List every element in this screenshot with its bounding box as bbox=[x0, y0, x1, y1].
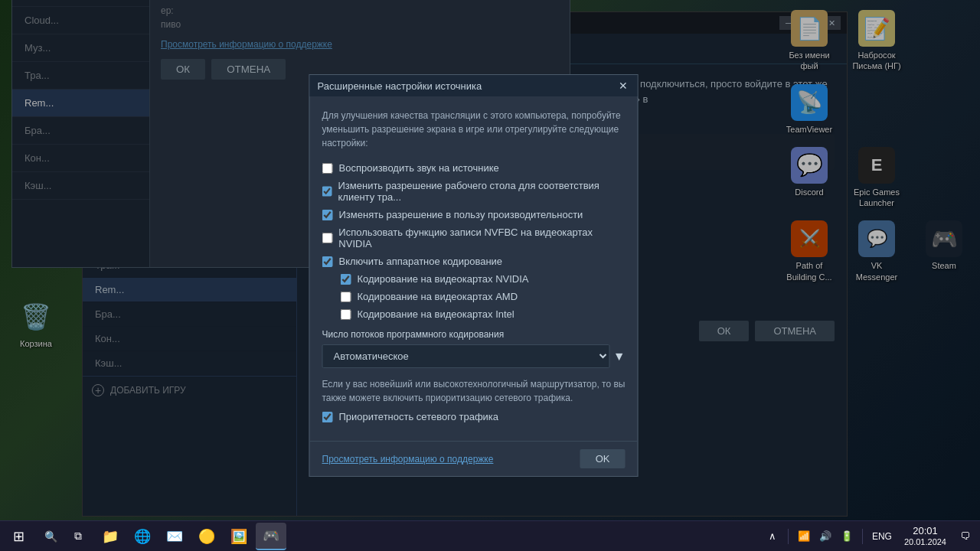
mail-icon: ✉️ bbox=[166, 528, 183, 545]
edge-icon: 🌐 bbox=[134, 528, 151, 545]
language-indicator[interactable]: ENG bbox=[869, 531, 895, 542]
clock-date: 20.01.2024 bbox=[904, 537, 946, 547]
explorer-icon: 📁 bbox=[102, 528, 119, 545]
taskbar-app-steam[interactable]: 🎮 bbox=[256, 523, 286, 550]
taskbar: ⊞ 🔍 ⧉ 📁 🌐 ✉️ 🟡 🖼️ 🎮 bbox=[0, 520, 980, 551]
cb-intel-input[interactable] bbox=[341, 309, 351, 320]
cb-amd-label[interactable]: Кодирование на видеокартах AMD bbox=[358, 291, 518, 302]
advanced-titlebar: Расширенные настройки источника ✕ bbox=[310, 75, 638, 96]
taskbar-app-mail[interactable]: ✉️ bbox=[159, 523, 190, 550]
checkbox-nvfbc: Использовать функцию записи NVFBC на вид… bbox=[322, 227, 626, 249]
cb-nvidia-input[interactable] bbox=[341, 274, 351, 285]
checkbox-perf-res: Изменять разрешение в пользу производите… bbox=[322, 209, 626, 220]
cb-desktop-res-input[interactable] bbox=[322, 186, 332, 197]
checkbox-intel-enc: Кодирование на видеокартах Intel bbox=[341, 308, 626, 320]
systray-up-arrow[interactable]: ∧ bbox=[763, 521, 782, 552]
cb-intel-label[interactable]: Кодирование на видеокартах Intel bbox=[358, 308, 514, 320]
notification-button[interactable]: 🗨 bbox=[956, 521, 974, 552]
taskbar-app-explorer[interactable]: 📁 bbox=[95, 523, 126, 550]
advanced-ok-btn[interactable]: OK bbox=[580, 449, 626, 468]
taskbar-app-chrome[interactable]: 🟡 bbox=[191, 523, 222, 550]
taskbar-right: ∧ 📶 🔊 🔋 ENG 20:01 20.01.2024 🗨 bbox=[763, 521, 980, 552]
systray-network[interactable]: 📶 bbox=[795, 521, 813, 552]
checkbox-network-priority: Приоритетность сетевого трафика bbox=[322, 411, 626, 422]
cb-play-sound-input[interactable] bbox=[322, 163, 333, 174]
cb-nvidia-label[interactable]: Кодирование на видеокартах NVIDIA bbox=[358, 273, 529, 285]
photos-icon: 🖼️ bbox=[230, 528, 247, 545]
task-view-icon: ⧉ bbox=[74, 530, 82, 543]
checkbox-play-sound: Воспроизводить звук на источнике bbox=[322, 162, 626, 174]
cb-amd-input[interactable] bbox=[341, 292, 351, 302]
threads-select[interactable]: Автоматическое 1 2 4 8 bbox=[322, 344, 610, 368]
clock-time: 20:01 bbox=[913, 525, 938, 537]
chrome-icon: 🟡 bbox=[198, 528, 215, 545]
advanced-dialog-desc: Для улучшения качества трансляции с этог… bbox=[322, 109, 626, 150]
cb-hw-enc-input[interactable] bbox=[322, 256, 333, 267]
taskbar-app-edge[interactable]: 🌐 bbox=[127, 523, 158, 550]
task-view-button[interactable]: ⧉ bbox=[64, 521, 92, 552]
clock[interactable]: 20:01 20.01.2024 bbox=[898, 525, 952, 547]
cb-perf-res-input[interactable] bbox=[322, 210, 333, 220]
taskbar-divider bbox=[788, 529, 789, 544]
advanced-dialog-body: Для улучшения качества трансляции с этог… bbox=[310, 96, 638, 441]
cb-hw-enc-label[interactable]: Включить аппаратное кодирование bbox=[339, 256, 503, 267]
checkbox-amd-enc: Кодирование на видеокартах AMD bbox=[341, 291, 626, 302]
cb-network-label[interactable]: Приоритетность сетевого трафика bbox=[339, 411, 499, 422]
cb-perf-res-label[interactable]: Изменять разрешение в пользу производите… bbox=[339, 209, 583, 220]
advanced-dialog: Расширенные настройки источника ✕ Для ул… bbox=[309, 74, 639, 477]
threads-section: Число потоков программного кодирования А… bbox=[322, 329, 626, 368]
taskbar-app-photos[interactable]: 🖼️ bbox=[224, 523, 254, 550]
threads-dropdown-arrow[interactable]: ▼ bbox=[613, 350, 626, 364]
cb-desktop-res-label[interactable]: Изменить разрешение рабочего стола для с… bbox=[338, 180, 626, 203]
cb-nvfbc-input[interactable] bbox=[322, 233, 333, 243]
checkbox-desktop-res: Изменить разрешение рабочего стола для с… bbox=[322, 180, 626, 203]
taskbar-divider-2 bbox=[862, 529, 863, 544]
threads-label: Число потоков программного кодирования bbox=[322, 329, 626, 340]
taskbar-apps: 📁 🌐 ✉️ 🟡 🖼️ 🎮 bbox=[92, 523, 763, 550]
network-desc: Если у вас новейший или высокотехнологич… bbox=[322, 377, 626, 405]
cb-play-sound-label[interactable]: Воспроизводить звук на источнике bbox=[339, 162, 499, 174]
cb-network-input[interactable] bbox=[322, 412, 333, 422]
search-button[interactable]: 🔍 bbox=[37, 521, 64, 552]
start-button[interactable]: ⊞ bbox=[0, 521, 37, 552]
desktop: Steam Вид Друзья Игры Справка ─ □ ✕ ◀ ▶ … bbox=[0, 0, 980, 551]
steam-taskbar-icon: 🎮 bbox=[263, 527, 279, 544]
checkbox-hw-encoding: Включить аппаратное кодирование bbox=[322, 256, 626, 267]
checkbox-nvidia-enc: Кодирование на видеокартах NVIDIA bbox=[341, 273, 626, 285]
advanced-support-link[interactable]: Просмотреть информацию о поддержке bbox=[322, 454, 494, 465]
systray-battery[interactable]: 🔋 bbox=[838, 521, 856, 552]
systray-volume[interactable]: 🔊 bbox=[816, 521, 835, 552]
advanced-close-btn[interactable]: ✕ bbox=[616, 79, 630, 93]
start-icon: ⊞ bbox=[13, 528, 24, 545]
advanced-dialog-footer: Просмотреть информацию о поддержке OK bbox=[310, 441, 638, 476]
cb-nvfbc-label[interactable]: Использовать функцию записи NVFBC на вид… bbox=[338, 227, 625, 249]
lang-text: ENG bbox=[872, 531, 892, 542]
advanced-dialog-title: Расширенные настройки источника bbox=[318, 80, 482, 92]
search-icon: 🔍 bbox=[44, 530, 57, 543]
